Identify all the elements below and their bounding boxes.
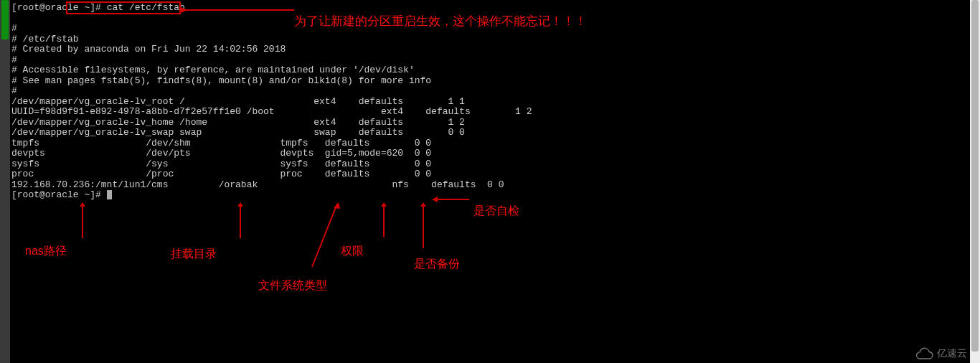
fstab-comment: # Accessible filesystems, by reference, … <box>11 65 415 75</box>
fstab-entry: /dev/mapper/vg_oracle-lv_swap swap swap … <box>11 127 465 138</box>
fstab-entry: devpts /dev/pts devpts gid=5,mode=620 0 … <box>11 148 431 159</box>
fstab-entry: /dev/mapper/vg_oracle-lv_root / ext4 def… <box>11 96 465 107</box>
prompt-line: [root@oracle ~]# cat /etc/fstab <box>11 2 185 13</box>
fstab-entry-nfs: 192.168.70.236:/mnt/lun1/cms /orabak nfs… <box>11 179 504 190</box>
watermark: 亿速云 <box>914 347 967 360</box>
fstab-entry: proc /proc proc defaults 0 0 <box>11 169 431 179</box>
scrollbar-thumb[interactable] <box>1 0 9 39</box>
fstab-comment: # /etc/fstab <box>11 34 79 44</box>
fstab-comment: # Created by anaconda on Fri Jun 22 14:0… <box>11 44 286 55</box>
fstab-comment: # <box>11 55 17 65</box>
cloud-icon <box>914 347 934 360</box>
fstab-entry: tmpfs /dev/shm tmpfs defaults 0 0 <box>11 138 431 148</box>
fstab-comment: # <box>11 85 17 96</box>
fstab-entry: /dev/mapper/vg_oracle-lv_home /home ext4… <box>11 117 465 128</box>
fstab-entry: sysfs /sys sysfs defaults 0 0 <box>11 159 431 169</box>
terminal-cursor <box>107 190 112 199</box>
fstab-comment: # See man pages fstab(5), findfs(8), mou… <box>11 75 431 86</box>
prompt-line-2: [root@oracle ~]# <box>11 189 107 200</box>
fstab-comment: # <box>11 23 17 34</box>
fstab-entry: UUID=f98d9f91-e892-4978-a8bb-d7f2e57ff1e… <box>11 106 532 117</box>
left-scrollbar[interactable] <box>0 0 10 363</box>
terminal-output[interactable]: [root@oracle ~]# cat /etc/fstab # # /etc… <box>10 0 970 363</box>
right-scrollbar-thumb[interactable] <box>971 0 979 352</box>
right-scrollbar[interactable] <box>970 0 980 363</box>
